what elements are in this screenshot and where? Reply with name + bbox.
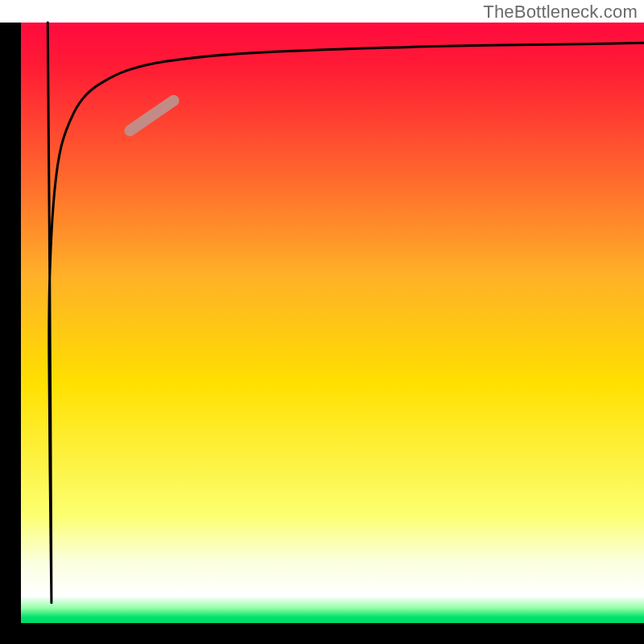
chart-container: TheBottleneck.com [0,0,644,644]
watermark-label: TheBottleneck.com [483,2,638,23]
bottleneck-chart [0,0,644,644]
plot-background [21,23,644,623]
x-axis-border [0,623,644,644]
y-axis-border [0,23,21,644]
